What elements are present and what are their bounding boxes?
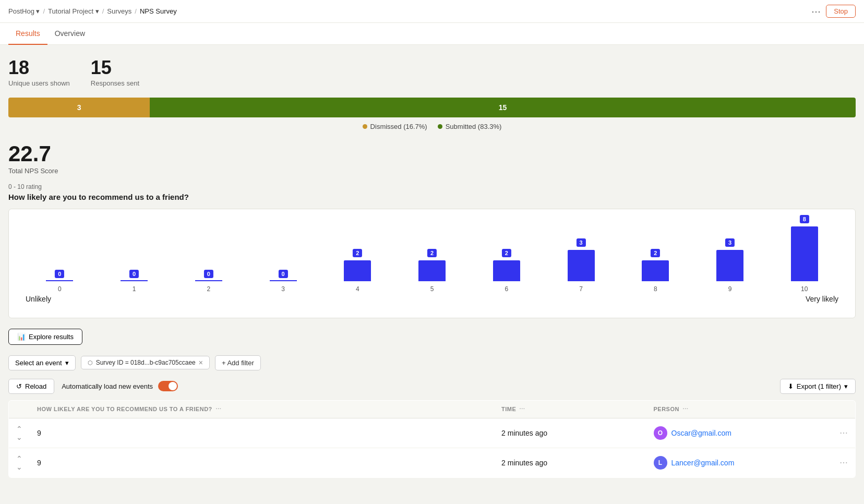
bar-value-label: 3 [576,238,585,247]
progress-bar: 3 15 [8,98,856,117]
legend-dismissed-dot [363,124,367,129]
breadcrumb-project[interactable]: Tutorial Project ▾ [48,7,99,15]
th-time-dots[interactable]: ⋯ [519,406,525,413]
actions-row: ↺ Reload Automatically load new events ⬇… [8,379,856,394]
legend-submitted: Submitted (83.3%) [438,123,502,130]
row-time: 2 minutes ago [494,418,646,448]
row-actions[interactable]: ⋯ [832,418,856,448]
row-person: L Lancer@gmail.com [646,448,833,477]
nav-dots-button[interactable]: ⋯ [811,6,821,17]
breadcrumb-surveys: Surveys [107,7,131,15]
bar-value-label: 2 [502,249,511,257]
export-button[interactable]: ⬇ Export (1 filter) ▾ [780,379,856,394]
x-axis-label: 2 [207,285,210,293]
row-person: O Oscar@gmail.com [646,418,833,448]
tabs-bar: Results Overview [0,23,864,45]
th-question-dots[interactable]: ⋯ [215,406,222,413]
auto-load-toggle: Automatically load new events [62,381,178,391]
chart-bar-group-6: 26 [469,219,544,293]
reload-label: Reload [25,382,46,390]
auto-load-switch[interactable] [158,381,178,391]
table-body: ⌃⌄ 9 2 minutes ago O Oscar@gmail.com ⋯ ⌃… [9,418,856,477]
top-nav: PostHog ▾ / Tutorial Project ▾ / Surveys… [0,0,864,23]
bar-value-label: 2 [651,249,660,257]
th-question: HOW LIKELY ARE YOU TO RECOMMEND US TO A … [30,400,494,418]
bar-chart-icon: 📊 [17,333,26,341]
filter-remove-button[interactable]: × [199,359,203,366]
reload-icon: ↺ [16,382,22,390]
x-axis-label: 3 [281,285,285,293]
add-filter-button[interactable]: + Add filter [215,355,261,370]
select-event-button[interactable]: Select an event ▾ [8,355,76,370]
progress-submitted: 15 [150,98,856,117]
legend-submitted-label: Submitted (83.3%) [446,123,502,130]
th-person: PERSON ⋯ [646,400,833,418]
row-expand[interactable]: ⌃⌄ [9,448,30,477]
row-dots-button[interactable]: ⋯ [839,428,848,437]
explore-results-label: Explore results [29,333,74,341]
axis-unlikely-label: Unlikely [26,295,51,303]
chart-bar-group-3: 03 [246,219,320,293]
chart-bar-group-8: 28 [618,219,693,293]
person-email[interactable]: Oscar@gmail.com [671,429,731,437]
x-axis-label: 5 [430,285,434,293]
stat-responses: 15 Responses sent [91,57,139,87]
rating-range-label: 0 - 10 rating [8,183,856,190]
breadcrumb: PostHog ▾ / Tutorial Project ▾ / Surveys… [8,7,177,15]
chart-bar-group-0: 00 [22,219,97,293]
th-row-actions [832,400,856,418]
auto-load-label: Automatically load new events [62,382,153,390]
th-time: TIME ⋯ [494,400,646,418]
results-table: HOW LIKELY ARE YOU TO RECOMMEND US TO A … [8,400,856,478]
x-axis-label: 8 [654,285,657,293]
reload-button[interactable]: ↺ Reload [8,379,54,394]
breadcrumb-current: NPS Survey [140,7,177,15]
nps-chart: 00010203242526372839810 Unlikely Very li… [8,209,856,318]
filter-icon: ⬡ [88,359,93,366]
row-expand[interactable]: ⌃⌄ [9,418,30,448]
stats-row: 18 Unique users shown 15 Responses sent [8,57,856,87]
actions-left: ↺ Reload Automatically load new events [8,379,178,394]
chart-bar-group-7: 37 [544,219,618,293]
tab-overview[interactable]: Overview [47,23,92,45]
th-expand [9,400,30,418]
x-axis-label: 0 [58,285,62,293]
table-row: ⌃⌄ 9 2 minutes ago O Oscar@gmail.com ⋯ [9,418,856,448]
chart-bar-group-4: 24 [320,219,395,293]
row-dots-button[interactable]: ⋯ [839,458,848,467]
tab-results[interactable]: Results [8,23,47,45]
avatar: O [654,426,667,440]
person-email[interactable]: Lancer@gmail.com [671,459,735,467]
stop-button[interactable]: Stop [826,5,856,18]
main-content: 18 Unique users shown 15 Responses sent … [0,45,864,502]
explore-results-button[interactable]: 📊 Explore results [8,329,82,345]
nav-right: ⋯ Stop [811,5,856,18]
x-axis-label: 9 [728,285,732,293]
export-icon: ⬇ [788,382,794,390]
bar-value-label: 3 [725,238,735,247]
x-axis-label: 6 [505,285,508,293]
toggle-slider [158,381,178,391]
nps-question: How likely are you to recommend us to a … [8,193,856,201]
filter-row: Select an event ▾ ⬡ Survey ID = 018d...b… [8,355,856,370]
filter-tag-label: Survey ID = 018d...b-c9ac705ccaee [96,359,196,366]
legend-submitted-dot [438,124,442,129]
stat-unique-users: 18 Unique users shown [8,57,70,87]
row-value: 9 [30,448,494,477]
chart-bars: 00010203242526372839810 [17,220,847,293]
th-person-dots[interactable]: ⋯ [682,406,689,413]
unique-users-label: Unique users shown [8,79,70,87]
responses-number: 15 [91,57,139,78]
axis-very-likely-label: Very likely [806,295,838,303]
row-actions[interactable]: ⋯ [832,448,856,477]
breadcrumb-posthog[interactable]: PostHog ▾ [8,7,40,15]
x-axis-label: 1 [133,285,136,293]
chevron-down-icon: ▾ [65,359,69,367]
x-axis-label: 7 [579,285,583,293]
legend-dismissed-label: Dismissed (16.7%) [370,123,427,130]
expand-chevron-icon: ⌃⌄ [16,454,22,471]
bar-value-label: 0 [279,270,288,278]
responses-label: Responses sent [91,79,139,87]
avatar: L [654,456,667,470]
x-axis-label: 4 [356,285,359,293]
